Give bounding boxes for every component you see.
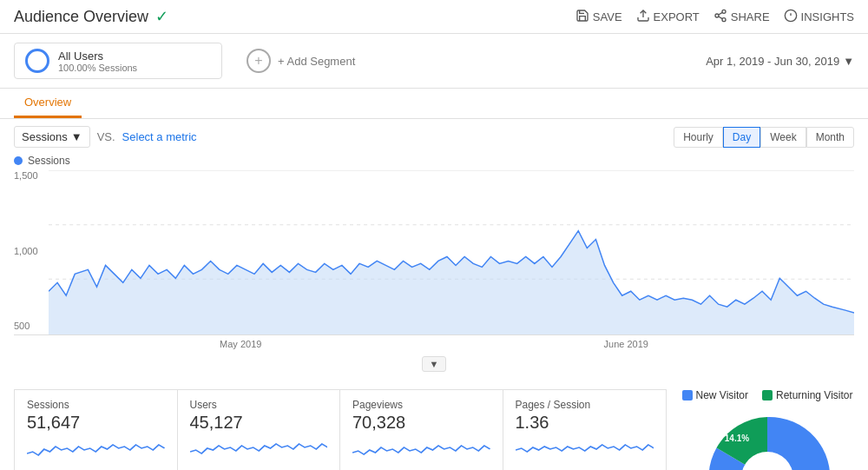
pie-section: New Visitor Returning Visitor 85.9% 14.1… [681, 389, 854, 470]
segment-sub: 100.00% Sessions [58, 63, 137, 73]
stats-all: Sessions 51,647 Users 45,127 Pageviews 7… [14, 389, 667, 470]
svg-text:14.1%: 14.1% [725, 434, 749, 443]
insights-label: INSIGHTS [801, 10, 854, 23]
pageviews-sparkline [352, 436, 490, 462]
stat-users-value: 45,127 [190, 413, 328, 433]
tabs: Overview [0, 89, 868, 119]
add-segment-icon: + [247, 49, 271, 73]
save-label: SAVE [593, 10, 622, 23]
sessions-sparkline [27, 436, 165, 462]
stat-sessions: Sessions 51,647 [15, 390, 178, 470]
chart-container: 1,500 1,000 500 [14, 170, 854, 335]
vs-text: VS. [97, 130, 115, 143]
export-button[interactable]: EXPORT [636, 9, 700, 25]
save-button[interactable]: SAVE [575, 9, 622, 25]
segment-bar: All Users 100.00% Sessions + + Add Segme… [0, 34, 868, 89]
pie-chart: 85.9% 14.1% [698, 408, 837, 470]
chart-area: Sessions 1,500 1,000 500 May 2019 June 2… [0, 155, 868, 375]
stat-sessions-label: Sessions [27, 399, 165, 411]
save-icon [575, 9, 589, 25]
users-sparkline [190, 436, 328, 462]
returning-visitor-legend: Returning Visitor [762, 389, 853, 401]
svg-line-4 [719, 17, 723, 19]
metric-label: Sessions [22, 130, 68, 143]
export-icon [636, 9, 650, 25]
export-label: EXPORT [654, 10, 700, 23]
svg-line-5 [719, 12, 723, 15]
time-btn-day[interactable]: Day [723, 127, 760, 148]
svg-point-1 [722, 10, 726, 13]
chart-legend: Sessions [14, 155, 854, 167]
date-range-chevron-icon: ▼ [843, 55, 854, 68]
scroll-indicator: ▼ [14, 353, 854, 375]
stat-users-label: Users [190, 399, 328, 411]
date-range-picker[interactable]: Apr 1, 2019 - Jun 30, 2019 ▼ [706, 55, 854, 68]
stat-pageviews-value: 70,328 [352, 413, 490, 433]
segment-info: All Users 100.00% Sessions [58, 50, 137, 73]
chart-svg [49, 170, 854, 334]
all-users-segment[interactable]: All Users 100.00% Sessions [14, 43, 222, 79]
pie-legend: New Visitor Returning Visitor [682, 389, 853, 401]
stat-pageviews: Pageviews 70,328 [340, 390, 503, 470]
pages-session-sparkline [516, 436, 654, 462]
x-axis: May 2019 June 2019 [14, 335, 854, 353]
metric-dropdown[interactable]: Sessions ▼ [14, 126, 90, 148]
returning-visitor-label: Returning Visitor [776, 389, 853, 401]
add-segment-button[interactable]: + + Add Segment [236, 43, 365, 78]
y-axis-top: 1,500 [14, 170, 49, 181]
sessions-legend-label: Sessions [28, 155, 70, 167]
time-buttons: Hourly Day Week Month [674, 127, 854, 148]
metric-selector: Sessions ▼ VS. Select a metric [14, 126, 197, 148]
y-axis: 1,500 1,000 500 [14, 170, 49, 334]
insights-icon [784, 9, 798, 25]
share-button[interactable]: SHARE [713, 9, 770, 25]
segment-circle [25, 49, 49, 73]
check-icon: ✓ [155, 7, 168, 26]
time-btn-week[interactable]: Week [760, 127, 806, 148]
date-range-text: Apr 1, 2019 - Jun 30, 2019 [706, 55, 839, 68]
header-actions: SAVE EXPORT SHARE INSIGHTS [575, 9, 854, 25]
time-btn-hourly[interactable]: Hourly [674, 127, 723, 148]
stat-pages-session-value: 1.36 [516, 413, 654, 433]
header: Audience Overview ✓ SAVE EXPORT SHARE I [0, 0, 868, 34]
scroll-button[interactable]: ▼ [422, 356, 447, 372]
new-visitor-label: New Visitor [696, 389, 748, 401]
time-btn-month[interactable]: Month [806, 127, 854, 148]
new-visitor-legend: New Visitor [682, 389, 748, 401]
share-label: SHARE [731, 10, 770, 23]
stats-section: Sessions 51,647 Users 45,127 Pageviews 7… [0, 375, 868, 470]
y-axis-bottom: 500 [14, 321, 49, 331]
x-axis-may: May 2019 [220, 339, 261, 349]
stat-pageviews-label: Pageviews [352, 399, 490, 411]
stats-top-grid: Sessions 51,647 Users 45,127 Pageviews 7… [14, 389, 667, 470]
svg-point-3 [722, 17, 726, 21]
chart-controls: Sessions ▼ VS. Select a metric Hourly Da… [0, 119, 868, 155]
sessions-legend-dot [14, 156, 23, 165]
stat-pages-session-label: Pages / Session [516, 399, 654, 411]
page-title: Audience Overview [14, 8, 148, 26]
stat-sessions-value: 51,647 [27, 413, 165, 433]
stat-users: Users 45,127 [178, 390, 341, 470]
returning-visitor-color [762, 390, 773, 400]
add-segment-label: + Add Segment [278, 55, 355, 68]
select-metric-link[interactable]: Select a metric [122, 130, 197, 143]
insights-button[interactable]: INSIGHTS [784, 9, 854, 25]
y-axis-mid: 1,000 [14, 246, 49, 256]
tab-overview[interactable]: Overview [14, 89, 82, 118]
stat-pages-session: Pages / Session 1.36 [503, 390, 667, 470]
metric-chevron-icon: ▼ [71, 130, 82, 143]
svg-point-2 [715, 14, 719, 17]
new-visitor-color [682, 390, 693, 400]
x-axis-june: June 2019 [604, 339, 648, 349]
segment-name: All Users [58, 50, 137, 63]
header-left: Audience Overview ✓ [14, 7, 168, 26]
share-icon [713, 9, 727, 25]
